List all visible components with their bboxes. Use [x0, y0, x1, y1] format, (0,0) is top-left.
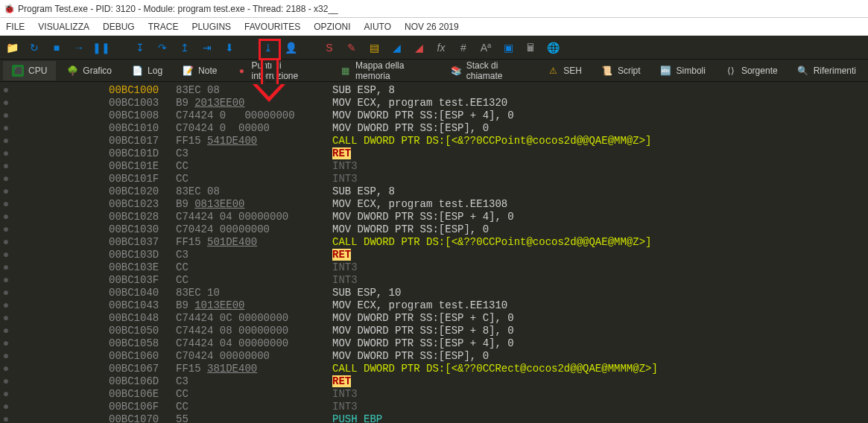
tab-source[interactable]: ⟨⟩ Sorgente	[716, 61, 787, 80]
calculator-icon[interactable]: 🖩	[525, 42, 536, 54]
disasm-row[interactable]: ●00BC100083EC 08SUB ESP, 8	[0, 83, 868, 96]
disasm-row[interactable]: ●00BC1030C70424 00000000MOV DWORD PTR SS…	[0, 223, 868, 235]
strings-icon[interactable]: Aª	[480, 42, 492, 54]
breakpoint-marker[interactable]: ●	[0, 273, 12, 286]
disasm-row[interactable]: ●00BC1023B9 0813EE00MOV ECX, program tes…	[0, 197, 868, 210]
breakpoint-marker[interactable]: ●	[0, 83, 12, 96]
variables-icon[interactable]: #	[457, 42, 469, 54]
menu-date[interactable]: NOV 26 2019	[405, 22, 459, 32]
tab-references[interactable]: 🔍 Riferimenti	[788, 61, 865, 80]
step-into-icon[interactable]: ↧	[134, 42, 146, 54]
disasm-row[interactable]: ●00BC1017FF15 541DE400CALL DWORD PTR DS:…	[0, 134, 868, 147]
disasm-row[interactable]: ●00BC107055PUSH EBP	[0, 413, 868, 423]
comments-icon[interactable]: ▤	[368, 42, 380, 54]
stop-icon[interactable]: ■	[51, 42, 63, 54]
settings-icon[interactable]: 🌐	[547, 42, 559, 54]
breakpoint-marker[interactable]: ●	[0, 400, 12, 413]
breakpoint-marker[interactable]: ●	[0, 362, 12, 375]
tab-callstack[interactable]: 📚 Stack di chiamate	[442, 61, 536, 80]
labels-icon[interactable]: ◢	[390, 42, 402, 54]
disasm-row[interactable]: ●00BC1003B9 2013EE00MOV ECX, program tes…	[0, 96, 868, 109]
disasm-row[interactable]: ●00BC1050C74424 08 00000000MOV DWORD PTR…	[0, 324, 868, 337]
run-to-user-icon[interactable]: 👤	[285, 42, 297, 54]
disasm-row[interactable]: ●00BC103DC3RET	[0, 248, 868, 261]
breakpoint-marker[interactable]: ●	[0, 413, 12, 423]
breakpoint-marker[interactable]: ●	[0, 121, 12, 134]
pause-icon[interactable]: ❚❚	[95, 42, 107, 54]
breakpoint-marker[interactable]: ●	[0, 223, 12, 235]
tab-seh[interactable]: ⚠ SEH	[538, 61, 591, 80]
tab-breakpoints[interactable]: ● Punti di interruzione	[227, 61, 330, 80]
disasm-row[interactable]: ●00BC1010C70424 0 00000MOV DWORD PTR SS:…	[0, 121, 868, 134]
disasm-row[interactable]: ●00BC1067FF15 381DE400CALL DWORD PTR DS:…	[0, 362, 868, 375]
disasm-row[interactable]: ●00BC103ECCINT3	[0, 261, 868, 273]
breakpoint-marker[interactable]: ●	[0, 147, 12, 159]
disasm-row[interactable]: ●00BC101FCCINT3	[0, 172, 868, 185]
breakpoint-marker[interactable]: ●	[0, 261, 12, 273]
menu-debug[interactable]: DEBUG	[103, 22, 135, 32]
breakpoint-marker[interactable]: ●	[0, 311, 12, 324]
patches-icon[interactable]: ✎	[346, 42, 358, 54]
breakpoint-marker[interactable]: ●	[0, 185, 12, 197]
disasm-row[interactable]: ●00BC1037FF15 501DE400CALL DWORD PTR DS:…	[0, 235, 868, 248]
breakpoint-marker[interactable]: ●	[0, 159, 12, 172]
disasm-row[interactable]: ●00BC101DC3RET	[0, 147, 868, 159]
tab-log[interactable]: 📄 Log	[122, 61, 171, 80]
breakpoint-marker[interactable]: ●	[0, 299, 12, 311]
disasm-row[interactable]: ●00BC1008C74424 0 00000000MOV DWORD PTR …	[0, 109, 868, 121]
menu-visualizza[interactable]: VISUALIZZA	[38, 22, 89, 32]
breakpoint-marker[interactable]: ●	[0, 286, 12, 299]
disasm-row[interactable]: ●00BC103FCCINT3	[0, 273, 868, 286]
breakpoint-marker[interactable]: ●	[0, 134, 12, 147]
trace-into-icon[interactable]: ⬇	[224, 42, 235, 54]
breakpoint-marker[interactable]: ●	[0, 387, 12, 400]
breakpoint-marker[interactable]: ●	[0, 172, 12, 185]
restart-icon[interactable]: ↻	[28, 42, 40, 54]
menu-opzioni[interactable]: OPZIONI	[314, 22, 350, 32]
tab-symbols[interactable]: 🔤 Simboli	[651, 61, 715, 80]
disasm-row[interactable]: ●00BC1048C74424 0C 00000000MOV DWORD PTR…	[0, 311, 868, 324]
breakpoint-marker[interactable]: ●	[0, 96, 12, 109]
breakpoint-marker[interactable]: ●	[0, 210, 12, 223]
disasm-row[interactable]: ●00BC106DC3RET	[0, 375, 868, 387]
trace-over-icon[interactable]: ⤓	[262, 42, 274, 54]
step-over-icon[interactable]: ↷	[156, 42, 168, 54]
calls-icon[interactable]: ▣	[502, 42, 514, 54]
menu-trace[interactable]: TRACE	[148, 22, 179, 32]
menu-aiuto[interactable]: AIUTO	[364, 22, 391, 32]
breakpoint-marker[interactable]: ●	[0, 375, 12, 387]
disasm-row[interactable]: ●00BC1060C70424 00000000MOV DWORD PTR SS…	[0, 349, 868, 362]
scylla-icon[interactable]: S	[323, 42, 335, 54]
breakpoint-marker[interactable]: ●	[0, 109, 12, 121]
functions-icon[interactable]: fx	[435, 42, 447, 54]
menu-favourites[interactable]: FAVOURITES	[244, 22, 300, 32]
breakpoint-marker[interactable]: ●	[0, 337, 12, 349]
disasm-row[interactable]: ●00BC1028C74424 04 00000000MOV DWORD PTR…	[0, 210, 868, 223]
disasm-row[interactable]: ●00BC106ECCINT3	[0, 387, 868, 400]
disasm-row[interactable]: ●00BC102083EC 08SUB ESP, 8	[0, 185, 868, 197]
disasm-row[interactable]: ●00BC106FCCINT3	[0, 400, 868, 413]
tab-note[interactable]: 📝 Note	[173, 61, 226, 80]
menu-plugins[interactable]: PLUGINS	[191, 22, 231, 32]
tab-grafico[interactable]: 🌳 Grafico	[57, 61, 121, 80]
breakpoint-marker[interactable]: ●	[0, 235, 12, 248]
breakpoint-marker[interactable]: ●	[0, 349, 12, 362]
menu-file[interactable]: FILE	[6, 22, 25, 32]
bookmarks-icon[interactable]: ◢	[413, 42, 425, 54]
disasm-row[interactable]: ●00BC104083EC 10SUB ESP, 10	[0, 286, 868, 299]
tab-script[interactable]: 📜 Script	[592, 61, 650, 80]
disasm-row[interactable]: ●00BC1058C74424 04 00000000MOV DWORD PTR…	[0, 337, 868, 349]
step-to-icon[interactable]: ⇥	[201, 42, 213, 54]
folder-icon[interactable]: 📁	[6, 42, 18, 54]
disassembly-view[interactable]: ●00BC100083EC 08SUB ESP, 8●00BC1003B9 20…	[0, 82, 868, 423]
disasm-row[interactable]: ●00BC101ECCINT3	[0, 159, 868, 172]
breakpoint-marker[interactable]: ●	[0, 248, 12, 261]
disasm-row[interactable]: ●00BC1043B9 1013EE00MOV ECX, program tes…	[0, 299, 868, 311]
breakpoint-marker[interactable]: ●	[0, 324, 12, 337]
run-icon[interactable]: →	[73, 42, 85, 54]
breakpoint-marker[interactable]: ●	[0, 197, 12, 210]
instruction-col: MOV DWORD PTR SS:[ESP + C], 0	[332, 311, 868, 324]
tab-cpu[interactable]: ⬛ CPU	[3, 61, 56, 80]
step-out-icon[interactable]: ↥	[179, 42, 191, 54]
tab-memory[interactable]: ▦ Mappa della memoria	[332, 61, 440, 80]
